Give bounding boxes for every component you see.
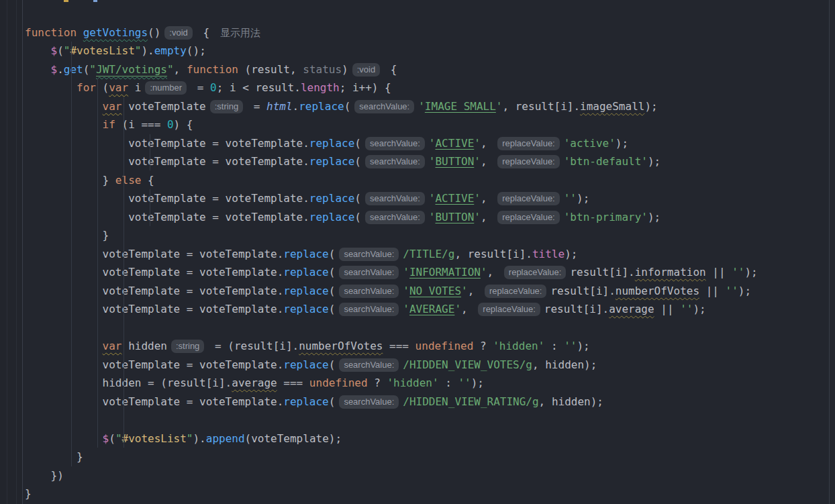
code-line[interactable]: $.get("JWT/votings", function (result, s… — [25, 60, 829, 79]
inlay-hint[interactable]: replaceValue: — [497, 137, 560, 150]
code-token: ); — [744, 266, 757, 279]
inlay-hint[interactable]: :number — [145, 81, 187, 95]
code-token: ' — [418, 100, 425, 113]
inlay-hint[interactable]: searchValue: — [365, 137, 425, 150]
inlay-hint[interactable]: searchValue: — [339, 358, 399, 372]
inlay-hint[interactable]: replaceValue: — [504, 266, 567, 279]
code-token: ); — [471, 376, 484, 389]
code-token: } — [25, 450, 83, 463]
code-area[interactable]: function getVotings():void {显示用法 $("#vot… — [23, 0, 829, 504]
code-token: voteTemplate = voteTemplate. — [25, 266, 283, 279]
indent-guide — [71, 42, 72, 466]
code-token: } — [25, 174, 115, 187]
inlay-hint[interactable]: replaceValue: — [497, 211, 560, 224]
code-token: 'active' — [564, 137, 616, 150]
code-line[interactable]: if (i === 0) { — [25, 115, 829, 134]
code-token: ( — [329, 303, 336, 315]
code-line[interactable]: voteTemplate = voteTemplate.replace(sear… — [25, 245, 829, 264]
code-line[interactable]: voteTemplate = voteTemplate.replace(sear… — [25, 263, 829, 282]
code-line[interactable] — [25, 411, 829, 430]
code-token: ) — [342, 63, 348, 76]
inlay-hint[interactable]: searchValue: — [365, 192, 425, 205]
code-token: } — [25, 487, 32, 500]
inlay-hint[interactable]: :void — [164, 26, 192, 40]
code-line[interactable]: voteTemplate = voteTemplate.replace(sear… — [25, 300, 829, 319]
inlay-hint[interactable]: :string — [171, 340, 204, 353]
inlay-hint[interactable]: searchValue: — [354, 100, 414, 113]
inlay-hint[interactable]: searchValue: — [339, 285, 399, 298]
code-line[interactable]: } else { — [25, 171, 829, 190]
code-token: , hidden); — [532, 358, 597, 371]
code-line[interactable] — [25, 319, 829, 338]
code-line[interactable]: voteTemplate = voteTemplate.replace(sear… — [25, 152, 829, 171]
code-token: ( — [109, 432, 115, 445]
inlay-hint[interactable]: :void — [352, 63, 380, 77]
code-token: '' — [564, 340, 577, 352]
inlay-hint[interactable]: searchValue: — [339, 266, 399, 279]
code-line[interactable]: voteTemplate = voteTemplate.replace(sear… — [25, 134, 829, 153]
gutter-divider — [16, 0, 17, 504]
code-token: ' — [403, 285, 409, 297]
code-line[interactable] — [25, 5, 829, 23]
code-token: html — [266, 100, 293, 113]
code-line[interactable]: voteTemplate = voteTemplate.replace(sear… — [25, 282, 829, 301]
inlay-hint[interactable]: searchValue: — [339, 248, 399, 261]
code-token: " — [167, 63, 174, 76]
code-token: = (result[i]. — [208, 340, 299, 352]
inlay-hint[interactable]: replaceValue: — [497, 155, 560, 168]
code-token: voteTemplate = voteTemplate. — [25, 155, 309, 168]
code-token: || — [699, 285, 726, 297]
code-token: var — [109, 81, 128, 94]
code-line[interactable]: var hidden:string = (result[i].numberOfV… — [25, 337, 829, 356]
code-line[interactable]: } — [25, 448, 829, 466]
code-token: ( — [354, 192, 361, 205]
inlay-hint[interactable]: replaceValue: — [478, 303, 540, 316]
code-line[interactable]: }) — [25, 466, 829, 485]
code-token — [25, 81, 77, 94]
inlay-hint[interactable]: searchValue: — [365, 211, 425, 224]
code-token: || — [706, 266, 732, 279]
code-token: ACTIVE — [435, 192, 474, 205]
scrollbar-track[interactable] — [829, 0, 835, 504]
code-line[interactable]: function getVotings():void {显示用法 — [25, 23, 829, 42]
code-token: get — [64, 63, 83, 76]
code-token: AVERAGE — [409, 303, 454, 315]
code-line[interactable]: $("#votesList").empty(); — [25, 42, 829, 60]
code-token: ; i++) { — [340, 81, 391, 94]
code-token: ' — [474, 211, 481, 223]
inlay-hint[interactable]: replaceValue: — [485, 285, 547, 298]
code-line[interactable]: var voteTemplate:string = html.replace(s… — [25, 97, 829, 116]
code-token: BUTTON — [435, 155, 474, 168]
inlay-hint[interactable]: searchValue: — [339, 395, 399, 409]
code-token: function — [187, 63, 238, 76]
code-line[interactable]: for (var i:number = 0; i < result.length… — [25, 79, 829, 97]
code-line[interactable]: $("#votesList").append(voteTemplate); — [25, 430, 829, 448]
code-token: replace — [283, 266, 328, 279]
code-token: ( — [354, 137, 361, 150]
code-token: 'btn-primary' — [564, 211, 648, 223]
inlay-hint[interactable]: searchValue: — [365, 155, 425, 168]
code-token: : — [544, 340, 564, 352]
code-line[interactable]: } — [25, 485, 829, 503]
code-token: 'btn-default' — [564, 155, 648, 168]
code-token: replace — [309, 192, 354, 205]
inlay-hint[interactable]: searchValue: — [339, 303, 399, 316]
inlay-hint[interactable]: replaceValue: — [497, 192, 560, 205]
clipped-code-line[interactable] — [25, 0, 829, 5]
inlay-hint[interactable]: :string — [210, 100, 243, 113]
code-token: for — [77, 81, 96, 94]
code-line[interactable]: } — [25, 226, 829, 245]
code-line[interactable]: voteTemplate = voteTemplate.replace(sear… — [25, 189, 829, 208]
code-token: ( — [354, 155, 361, 168]
code-line[interactable]: voteTemplate = voteTemplate.replace(sear… — [25, 393, 829, 411]
code-token: ' — [403, 266, 409, 279]
code-token: " — [115, 432, 122, 445]
code-token: '' — [458, 376, 471, 389]
code-line[interactable]: voteTemplate = voteTemplate.replace(sear… — [25, 356, 829, 374]
code-token: (result, — [238, 63, 303, 76]
usages-hint[interactable]: 显示用法 — [220, 27, 260, 38]
code-line[interactable]: hidden = (result[i].average === undefine… — [25, 374, 829, 393]
code-token: ); — [577, 340, 589, 352]
code-line[interactable]: voteTemplate = voteTemplate.replace(sear… — [25, 208, 829, 227]
code-token: replace — [283, 395, 328, 408]
